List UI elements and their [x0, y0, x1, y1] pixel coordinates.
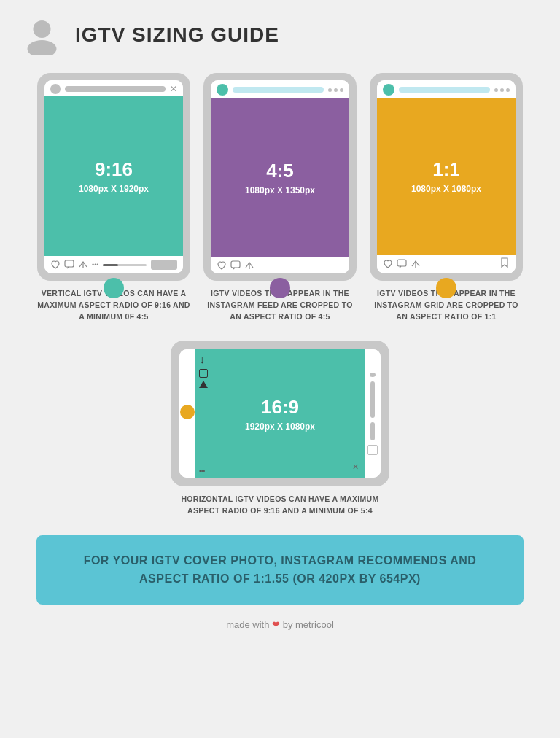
svg-rect-4 [231, 261, 240, 268]
share-icon [78, 260, 88, 270]
svg-point-0 [34, 20, 51, 38]
h-right-line-short [370, 422, 375, 440]
svg-rect-6 [397, 260, 406, 266]
home-circle-2 [270, 278, 290, 298]
grid-circle [383, 84, 394, 96]
comment-icon [64, 260, 74, 270]
grid-top-line [399, 87, 490, 93]
content-block-4-5: 4:5 1080px X 1350px [211, 98, 349, 257]
bottom-icons: ••• [50, 260, 98, 270]
h-left-circle [180, 405, 195, 419]
svg-rect-2 [65, 260, 74, 267]
home-circle [104, 278, 124, 298]
dot1 [328, 88, 332, 92]
dot3 [340, 88, 343, 92]
h-right-line-tall [370, 381, 375, 418]
ratio-label-horizontal: 16:9 [261, 396, 299, 419]
bottom-right-block [151, 260, 177, 270]
content-block-1-1: 1:1 1080px X 1080px [377, 98, 516, 255]
phone-grid-1-1: 1:1 1080px X 1080px [370, 73, 523, 281]
h-bottom-bar: ••• [199, 467, 205, 474]
header: IGTV SIZING GUIDE [15, 15, 545, 55]
content-block-9-16: 9:16 1080px X 1920px [44, 96, 183, 256]
grid-bottom-bar [377, 255, 516, 273]
caption-horizontal: HORIZONTAL IGTV VIDEOS CAN HAVE A MAXIMU… [171, 494, 389, 517]
h-top-icons: ↓ [199, 353, 208, 388]
dimension-label-horizontal: 1920px X 1080px [245, 422, 315, 432]
footer-text-before: made with [226, 619, 269, 630]
h-square-icon [199, 369, 208, 378]
grid-top-bar [377, 80, 516, 98]
dimension-label: 1080px X 1920px [79, 184, 149, 194]
heart-icon-2 [217, 260, 227, 271]
phone-instagram-4-5: 4:5 1080px X 1350px [203, 73, 357, 281]
avatar-icon [22, 15, 62, 55]
phone-horizontal-inner: ↓ 16:9 1920px X 1080px ••• ✕ [179, 349, 381, 478]
insta-bottom-bar [211, 257, 349, 273]
share-icon-3 [411, 259, 421, 269]
phone-top-bar: ✕ [44, 80, 183, 96]
bookmark-icon [499, 257, 510, 271]
page-title: IGTV SIZING GUIDE [75, 23, 279, 47]
ratio-label: 1:1 [432, 158, 460, 181]
insta-dots [328, 88, 343, 92]
phone-horizontal-16-9: ↓ 16:9 1920px X 1080px ••• ✕ [171, 341, 389, 486]
share-icon-2 [244, 260, 254, 271]
dimension-label: 1080px X 1350px [245, 185, 315, 195]
close-icon: ✕ [170, 84, 177, 94]
horizontal-section: ↓ 16:9 1920px X 1080px ••• ✕ [15, 341, 545, 517]
top-bar-line [65, 86, 166, 92]
top-bar-circle [50, 84, 61, 94]
gdot1 [494, 88, 498, 92]
h-left-sidebar [179, 349, 195, 478]
gdot2 [500, 88, 504, 92]
heart-icon-3 [383, 259, 393, 269]
h-right-sidebar [365, 349, 381, 478]
progress-fill [103, 264, 118, 266]
insta-top-line [233, 87, 324, 93]
ratio-label: 9:16 [95, 158, 133, 181]
insta-circle [217, 84, 228, 96]
progress-bar [103, 264, 147, 266]
h-main-content: ↓ 16:9 1920px X 1080px ••• ✕ [195, 349, 365, 478]
ratio-label: 4:5 [266, 160, 294, 182]
svg-point-1 [28, 40, 57, 55]
phone-vertical-9-16: ✕ 9:16 1080px X 1920px ••• [37, 73, 190, 281]
dot2 [334, 88, 338, 92]
h-x-icon: ✕ [352, 462, 359, 472]
footer: made with ❤ by metricool [15, 619, 545, 630]
insta-top-bar [211, 80, 349, 98]
cover-banner: FOR YOUR IGTV COVER PHOTO, INSTAGRAM REC… [36, 535, 524, 605]
phones-row-top: ✕ 9:16 1080px X 1920px ••• [15, 73, 545, 281]
comment-icon-3 [397, 259, 407, 269]
comment-icon-2 [230, 260, 241, 271]
cover-banner-text: FOR YOUR IGTV COVER PHOTO, INSTAGRAM REC… [58, 551, 502, 589]
gdot3 [506, 88, 510, 92]
heart-icon-footer: ❤ [272, 619, 280, 630]
heart-icon [50, 260, 61, 270]
h-right-sq [368, 445, 378, 455]
bookmark-svg [499, 257, 510, 268]
home-circle-3 [436, 278, 456, 298]
phone-bottom-bar: ••• [44, 256, 183, 273]
footer-text-after: by metricool [283, 619, 334, 630]
h-triangle-icon [199, 381, 208, 388]
dimension-label: 1080px X 1080px [411, 184, 481, 194]
grid-dots [494, 88, 510, 92]
